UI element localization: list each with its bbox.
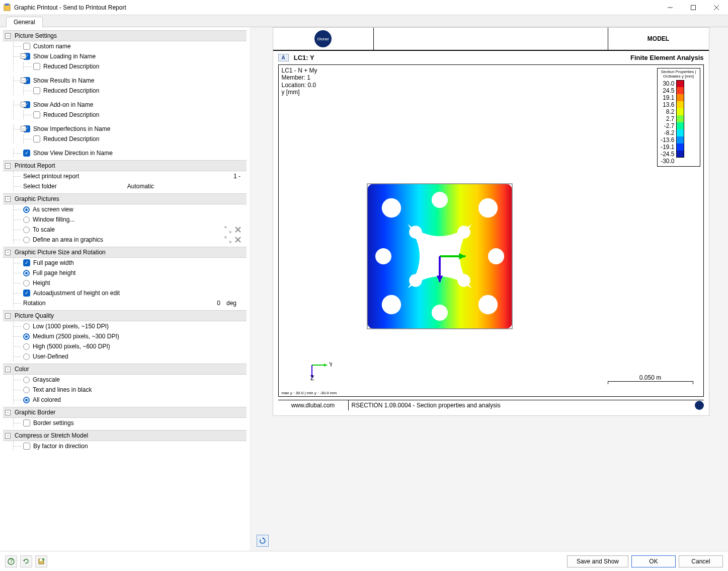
radio-quality-low[interactable] — [23, 323, 30, 330]
section-compress-stretch: − Compress or Stretch Model — [3, 430, 247, 441]
cancel-button[interactable]: Cancel — [679, 555, 723, 567]
svg-point-20 — [409, 226, 422, 239]
scale-bar: 0.050 m — [608, 374, 693, 384]
tab-general[interactable]: General — [6, 17, 43, 27]
section-label: Printout Report — [15, 162, 55, 169]
close-button[interactable] — [705, 0, 728, 15]
checkbox-custom-name[interactable] — [23, 43, 30, 50]
save-and-show-button[interactable]: Save and Show — [567, 555, 628, 567]
svg-point-21 — [457, 226, 470, 239]
svg-point-23 — [457, 274, 470, 287]
collapse-icon[interactable]: − — [5, 163, 11, 169]
radio-text-black[interactable] — [23, 387, 30, 393]
option-label: Full page height — [33, 269, 75, 276]
select-printout-report-value[interactable]: 1 - — [233, 173, 247, 180]
option-label: Reduced Description — [43, 87, 99, 94]
collapse-icon[interactable]: − — [21, 53, 26, 59]
rotation-unit: deg — [226, 300, 247, 307]
section-picture-quality: − Picture Quality — [3, 310, 247, 321]
section-label: Graphic Picture Size and Rotation — [15, 249, 106, 256]
radio-define-area[interactable] — [23, 237, 30, 243]
radio-full-page-height[interactable] — [23, 270, 30, 276]
refresh-icon — [259, 537, 266, 544]
section-label: Graphic Border — [15, 409, 55, 416]
chart-box: LC1 - N + MyMember: 1Location: 0.0y [mm]… — [278, 64, 704, 397]
preview-page: Dlubal MODEL A LC1: Y Finite Element Ana… — [273, 27, 709, 416]
checkbox-reduced-desc[interactable] — [33, 63, 40, 70]
section-label: Graphic Pictures — [15, 195, 59, 202]
option-label: Show View Direction in Name — [33, 150, 113, 157]
collapse-icon[interactable]: − — [5, 410, 11, 415]
option-label: Height — [33, 279, 50, 287]
option-label: Select printout report — [23, 173, 79, 180]
chart-badge: A — [278, 54, 289, 61]
svg-text:?: ? — [10, 558, 13, 564]
option-label: Border settings — [33, 419, 74, 426]
expand-arrows-icon[interactable] — [224, 236, 231, 243]
radio-quality-medium[interactable] — [23, 333, 30, 340]
collapse-icon[interactable]: − — [5, 250, 11, 255]
header-model-label: MODEL — [608, 28, 709, 50]
checkbox-by-factor[interactable] — [23, 443, 30, 450]
checkbox-reduced-desc[interactable] — [33, 135, 40, 142]
collapse-icon[interactable]: − — [5, 433, 11, 439]
collapse-icon[interactable]: − — [5, 33, 11, 39]
radio-height[interactable] — [23, 280, 30, 287]
close-icon[interactable] — [234, 226, 241, 233]
svg-point-17 — [375, 248, 391, 264]
checkbox-show-view-direction[interactable] — [23, 150, 30, 157]
option-label: Define an area in graphics — [33, 236, 103, 243]
save-icon — [38, 558, 45, 565]
help-button[interactable]: ? — [5, 555, 17, 567]
option-label: Reduced Description — [43, 135, 99, 142]
section-label: Compress or Stretch Model — [15, 432, 88, 439]
svg-point-11 — [381, 198, 400, 218]
checkbox-reduced-desc[interactable] — [33, 87, 40, 94]
fea-graphic — [359, 176, 520, 337]
collapse-icon[interactable]: − — [5, 367, 11, 372]
radio-grayscale[interactable] — [23, 377, 30, 383]
section-size-rotation: − Graphic Picture Size and Rotation — [3, 247, 247, 258]
radio-all-colored[interactable] — [23, 397, 30, 403]
option-label: By factor in direction — [33, 443, 88, 450]
collapse-icon[interactable]: − — [5, 313, 11, 319]
radio-as-screen-view[interactable] — [23, 206, 30, 213]
refresh-button[interactable] — [257, 535, 269, 547]
bottombar: ? Save and Show OK Cancel — [0, 551, 728, 571]
checkbox-full-page-width[interactable] — [23, 259, 30, 266]
section-label: Picture Quality — [15, 312, 54, 319]
app-icon — [3, 4, 11, 12]
reset-button[interactable] — [20, 555, 32, 567]
collapse-icon[interactable]: − — [21, 126, 26, 131]
footer-url: www.dlubal.com — [278, 400, 349, 410]
section-printout-report: − Printout Report — [3, 160, 247, 171]
rotation-value[interactable]: 0 — [217, 300, 226, 307]
collapse-icon[interactable]: − — [5, 196, 11, 202]
svg-marker-38 — [23, 560, 25, 561]
ok-button[interactable]: OK — [631, 555, 676, 567]
radio-to-scale[interactable] — [23, 227, 30, 233]
option-label: Low (1000 pixels, ~150 DPI) — [33, 323, 109, 330]
close-icon[interactable] — [234, 236, 241, 243]
option-label: As screen view — [33, 206, 73, 213]
checkbox-border-settings[interactable] — [23, 419, 30, 426]
option-label: Show Results in Name — [33, 77, 94, 84]
checkbox-autoadjust[interactable] — [23, 290, 30, 297]
option-label: Rotation — [23, 300, 46, 307]
collapse-icon[interactable]: − — [21, 78, 26, 83]
radio-quality-user[interactable] — [23, 353, 30, 360]
collapse-icon[interactable]: − — [21, 102, 26, 107]
radio-quality-high[interactable] — [23, 343, 30, 350]
svg-rect-1 — [5, 4, 9, 6]
save-default-button[interactable] — [35, 555, 47, 567]
svg-point-16 — [432, 305, 448, 321]
expand-arrows-icon[interactable] — [224, 226, 231, 233]
radio-window-filling[interactable] — [23, 217, 30, 223]
checkbox-reduced-desc[interactable] — [33, 111, 40, 118]
maximize-button[interactable] — [682, 0, 705, 15]
option-label: Reduced Description — [43, 111, 99, 118]
svg-text:Z: Z — [310, 375, 314, 380]
svg-point-41 — [42, 558, 44, 560]
minimize-button[interactable] — [659, 0, 682, 15]
select-folder-value[interactable]: Automatic — [127, 183, 154, 190]
